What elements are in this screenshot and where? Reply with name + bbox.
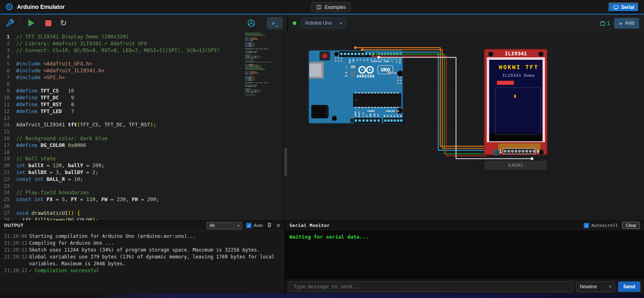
autoscroll-checkbox[interactable] bbox=[584, 223, 589, 228]
code-line[interactable]: 15 bbox=[0, 128, 283, 135]
serial-button[interactable]: Serial bbox=[608, 2, 639, 12]
board-pin[interactable] bbox=[355, 53, 357, 55]
stop-button[interactable] bbox=[42, 17, 54, 29]
add-part-button[interactable]: + Add bbox=[614, 18, 639, 29]
board-pin[interactable] bbox=[351, 53, 353, 55]
board-pin[interactable] bbox=[338, 57, 340, 59]
line-ending-select[interactable]: Newline ▾ bbox=[576, 281, 615, 292]
board-pin[interactable] bbox=[341, 57, 342, 59]
board-pin[interactable] bbox=[394, 120, 396, 122]
board-pin[interactable] bbox=[366, 120, 368, 122]
code-line[interactable]: 1// TFT ILI9341 Display Demo (240x320) bbox=[0, 34, 283, 40]
board-pin[interactable] bbox=[384, 120, 386, 122]
tft-module[interactable]: ILI9341 WOKWI TFT ILI9341 Demo bbox=[484, 49, 547, 155]
log-timestamp: 21:20:12 bbox=[4, 267, 29, 274]
board-pin[interactable] bbox=[377, 120, 380, 122]
code-line[interactable]: 5#include <Adafruit_GFX.h> bbox=[0, 61, 283, 67]
code-line[interactable]: 25const int FX = 5, FY = 110, FW = 230, … bbox=[0, 196, 283, 203]
board-pin[interactable] bbox=[362, 120, 365, 122]
diagram-canvas[interactable]: AREFGND1312~11~10~98 7~6~54~32TX→1RX←0 D… bbox=[288, 31, 644, 220]
board-pin[interactable] bbox=[397, 77, 399, 78]
board-pin[interactable] bbox=[374, 120, 376, 122]
code-line[interactable]: 2// Library: Adafruit ILI9341 + Adafruit… bbox=[0, 40, 283, 47]
close-output-button[interactable]: ✕ bbox=[276, 222, 281, 229]
board-pin[interactable] bbox=[359, 120, 361, 122]
code-line[interactable]: 20int ballX = 120, ballY = 200; bbox=[0, 162, 283, 169]
board-pin[interactable] bbox=[400, 80, 401, 81]
minimap-line bbox=[245, 33, 281, 34]
pin-silk-label: TX→1 bbox=[395, 59, 398, 63]
board-pin[interactable] bbox=[370, 120, 372, 122]
board-pin[interactable] bbox=[341, 60, 342, 62]
board-pin[interactable] bbox=[397, 80, 399, 81]
reset-button-cap[interactable] bbox=[323, 54, 327, 59]
code-line[interactable]: 23 bbox=[0, 183, 283, 190]
code-editor[interactable]: 1// TFT ILI9341 Display Demo (240x320)2/… bbox=[0, 31, 283, 220]
code-line[interactable]: 14Adafruit_ILI9341 tft(TFT_CS, TFT_DC, T… bbox=[0, 122, 283, 128]
board-pin[interactable] bbox=[335, 57, 336, 59]
restart-button[interactable]: ↻ bbox=[58, 17, 69, 29]
code-line[interactable]: 6#include <Adafruit_ILI9341.h> bbox=[0, 67, 283, 74]
code-line[interactable]: 4 bbox=[0, 54, 283, 61]
examples-button[interactable]: Examples bbox=[311, 2, 351, 12]
wire-endpoint[interactable] bbox=[354, 46, 357, 49]
code-line[interactable]: 3// Connect: CS=10, DC/RS=9, RST=8, LED=… bbox=[0, 47, 283, 54]
code-line[interactable]: 11#define TFT_RST 8 bbox=[0, 101, 283, 108]
minimap-line bbox=[245, 75, 281, 76]
code-line[interactable]: 7#include <SPI.h> bbox=[0, 74, 283, 81]
send-button[interactable]: Send bbox=[618, 281, 640, 292]
wire-endpoint[interactable] bbox=[361, 48, 363, 51]
code-line[interactable]: 9#define TFT_CS 10 bbox=[0, 88, 283, 94]
mount-hole bbox=[397, 71, 403, 76]
serial-input[interactable] bbox=[289, 281, 573, 292]
board-pin[interactable] bbox=[391, 120, 393, 122]
board-pin[interactable] bbox=[358, 53, 361, 55]
run-button[interactable] bbox=[25, 17, 37, 29]
terminal-toggle-button[interactable]: >_ bbox=[267, 17, 283, 29]
board-pin[interactable] bbox=[400, 120, 403, 122]
arduino-board[interactable]: AREFGND1312~11~10~98 7~6~54~32TX→1RX←0 D… bbox=[309, 50, 403, 123]
code-line[interactable]: 22const int BALL_R = 10; bbox=[0, 176, 283, 183]
board-pin[interactable] bbox=[335, 60, 336, 62]
panel-splitter[interactable] bbox=[283, 31, 288, 220]
board-pin[interactable] bbox=[387, 120, 390, 122]
board-pin[interactable] bbox=[347, 53, 350, 55]
code-line[interactable]: 19// Ball state bbox=[0, 155, 283, 162]
editor-scrollbar-thumb[interactable] bbox=[284, 148, 287, 176]
board-pin[interactable] bbox=[355, 120, 357, 122]
clear-serial-button[interactable]: Clear bbox=[622, 222, 640, 229]
board-pin[interactable] bbox=[365, 53, 367, 55]
code-line[interactable]: 21int ballDX = 3, ballDY = 2; bbox=[0, 169, 283, 176]
output-filter-select[interactable]: All ▾ bbox=[207, 222, 242, 229]
board-pin[interactable] bbox=[400, 77, 401, 78]
code-line[interactable]: 17#define BG_COLOR 0x0006 bbox=[0, 142, 283, 149]
code-line[interactable]: 12#define TFT_LED 7 bbox=[0, 108, 283, 115]
wire-endpoint[interactable] bbox=[372, 55, 374, 58]
board-pin[interactable] bbox=[344, 53, 346, 55]
code-line[interactable]: 16// Background color: dark blue bbox=[0, 135, 283, 142]
board-pin[interactable] bbox=[340, 53, 343, 55]
wire-endpoint[interactable] bbox=[531, 157, 534, 160]
board-pin[interactable] bbox=[338, 60, 340, 62]
diagram-view-button[interactable] bbox=[245, 17, 257, 29]
board-pin[interactable] bbox=[400, 82, 401, 84]
board-pin[interactable] bbox=[397, 82, 399, 84]
auto-checkbox[interactable] bbox=[246, 223, 251, 228]
code-line[interactable]: 28 tft.fillScreen(BG_COLOR); bbox=[0, 217, 283, 220]
minimap[interactable] bbox=[245, 33, 281, 97]
board-pin[interactable] bbox=[397, 120, 399, 122]
code-line[interactable]: 24// Play-field boundaries bbox=[0, 189, 283, 196]
code-line[interactable]: 13 bbox=[0, 115, 283, 122]
clear-output-button[interactable] bbox=[267, 222, 272, 229]
code-line[interactable]: 27void drawStaticUI() { bbox=[0, 210, 283, 217]
wire-endpoint[interactable] bbox=[378, 56, 380, 59]
code-line[interactable]: 26 bbox=[0, 203, 283, 210]
board-pin[interactable] bbox=[361, 53, 364, 55]
code-line[interactable]: 10#define TFT_DC 9 bbox=[0, 94, 283, 101]
format-code-button[interactable] bbox=[4, 17, 15, 29]
code-line[interactable]: 8 bbox=[0, 81, 283, 88]
board-pin[interactable] bbox=[369, 53, 371, 55]
minimap-segment bbox=[245, 68, 263, 69]
board-select[interactable]: Arduino Uno ▾ bbox=[301, 18, 346, 28]
code-line[interactable]: 18 bbox=[0, 149, 283, 156]
